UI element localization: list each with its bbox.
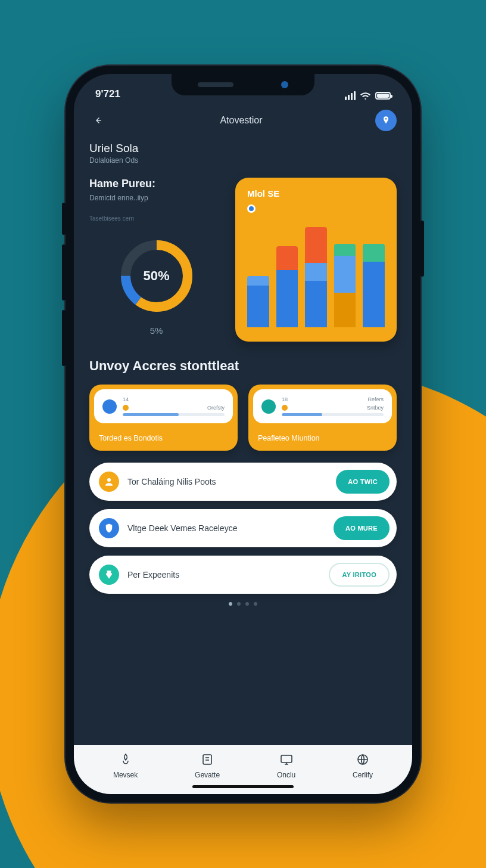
speaker-grill	[198, 82, 233, 87]
app-header: Atovestior	[74, 101, 412, 140]
summary-card-footer: Peafleteo Miuntion	[248, 428, 397, 451]
wifi-icon	[360, 92, 371, 100]
chart-bar	[305, 227, 327, 327]
progress-fill	[282, 413, 322, 416]
summary-card-top: 18Refers Sntbey	[253, 389, 392, 423]
cellular-icon	[345, 91, 356, 100]
tab-cerlify[interactable]: Cerlify	[353, 752, 373, 779]
phone-screen: 9'721 Atovestior Uriel Sola Dolaloiaen O…	[74, 74, 412, 794]
phone-frame: 9'721 Atovestior Uriel Sola Dolaloiaen O…	[66, 66, 420, 802]
tab-mevsek[interactable]: Mevsek	[113, 752, 138, 779]
pin-icon	[381, 116, 391, 125]
svg-rect-4	[203, 755, 211, 764]
summary-card-extra: Refers	[367, 396, 384, 402]
phone-side-button	[62, 244, 66, 300]
list-item[interactable]: Per Expeenits AY IRITOO	[89, 556, 397, 594]
phone-side-button	[62, 310, 66, 366]
progress-dot-icon	[123, 405, 129, 411]
list-item-action-button[interactable]: AY IRITOO	[329, 563, 390, 587]
tab-icon	[356, 752, 370, 768]
donut-footer-label: 5%	[150, 326, 163, 336]
home-indicator[interactable]	[192, 785, 294, 788]
section-title: Unvoy Accres stonttleat	[89, 358, 397, 374]
svg-point-3	[107, 478, 111, 482]
bar-chart-card[interactable]: Mlol SE	[235, 178, 397, 342]
progress-dot-icon	[282, 405, 288, 411]
tab-label: Mevsek	[113, 771, 138, 779]
phone-notch	[172, 74, 314, 95]
phone-side-button	[420, 221, 424, 277]
summary-card-icon	[261, 399, 276, 414]
user-subtitle: Dolaloiaen Ods	[89, 156, 397, 165]
list-item-icon	[99, 518, 119, 538]
tab-icon	[279, 752, 294, 768]
overview-link[interactable]: Tasetbisees cern	[89, 215, 223, 222]
action-list: Tor Chaláing Nilis Poots AO TWIC Vltge D…	[89, 463, 397, 594]
overview-heading: Hame Pureu:	[89, 178, 223, 190]
progress-fill	[123, 413, 179, 416]
overview-row: Hame Pureu: Demictd enne..iiyp Tasetbise…	[89, 178, 397, 342]
bar-chart	[247, 227, 385, 327]
donut-value: 50%	[118, 237, 195, 315]
summary-card-num: 14	[123, 396, 129, 402]
list-item-label: Tor Chaláing Nilis Poots	[127, 477, 328, 486]
list-item[interactable]: Tor Chaláing Nilis Poots AO TWIC	[89, 463, 397, 501]
tab-onclu[interactable]: Onclu	[277, 752, 295, 779]
chart-bar	[276, 246, 298, 327]
phone-side-button	[62, 203, 66, 235]
page-title: Atovestior	[220, 115, 262, 126]
user-name: Uriel Sola	[89, 142, 397, 155]
summary-card-icon	[102, 399, 117, 414]
front-camera	[281, 81, 288, 88]
chart-legend-dot	[247, 204, 256, 213]
progress-track	[123, 413, 225, 416]
tab-label: Onclu	[277, 771, 295, 779]
overview-left: Hame Pureu: Demictd enne..iiyp Tasetbise…	[89, 178, 223, 342]
tab-label: Gevatte	[195, 771, 220, 779]
list-item[interactable]: Vltge Deek Vemes Raceleyce AO MURE	[89, 509, 397, 547]
chart-title: Mlol SE	[247, 188, 385, 199]
summary-cards-row: 14 Orefsty Torded es Bondotis 18Refers S…	[89, 385, 397, 451]
donut-chart: 50% 5%	[89, 237, 223, 336]
list-item-action-button[interactable]: AO MURE	[334, 516, 390, 540]
list-item-icon	[99, 472, 119, 492]
status-time: 9'721	[95, 88, 120, 100]
summary-card-num: 18	[282, 396, 288, 402]
tab-label: Cerlify	[353, 771, 373, 779]
overview-subheading: Demictd enne..iiyp	[89, 194, 223, 202]
chart-bar	[363, 244, 385, 327]
list-item-label: Vltge Deek Vemes Raceleyce	[127, 523, 325, 533]
list-item-icon	[99, 565, 119, 585]
progress-track	[282, 413, 384, 416]
list-item-action-button[interactable]: AO TWIC	[336, 470, 390, 494]
summary-card-tag: Orefsty	[207, 405, 225, 411]
chart-bar	[334, 244, 356, 327]
summary-card-tag: Sntbey	[367, 405, 384, 411]
summary-card-top: 14 Orefsty	[94, 389, 233, 423]
summary-card[interactable]: 18Refers Sntbey Peafleteo Miuntion	[248, 385, 397, 451]
back-button[interactable]	[89, 111, 107, 129]
tab-gevatte[interactable]: Gevatte	[195, 752, 220, 779]
tab-icon	[200, 752, 214, 768]
tab-icon	[119, 752, 133, 768]
status-icons	[345, 91, 391, 100]
main-content: Uriel Sola Dolaloiaen Ods Hame Pureu: De…	[74, 140, 412, 745]
summary-card-footer: Torded es Bondotis	[89, 428, 238, 451]
summary-card[interactable]: 14 Orefsty Torded es Bondotis	[89, 385, 238, 451]
header-action-button[interactable]	[375, 110, 397, 131]
chart-bar	[247, 276, 269, 327]
svg-rect-5	[281, 755, 292, 762]
battery-icon	[375, 92, 391, 100]
page-indicator	[89, 602, 397, 606]
list-item-label: Per Expeenits	[127, 570, 320, 579]
